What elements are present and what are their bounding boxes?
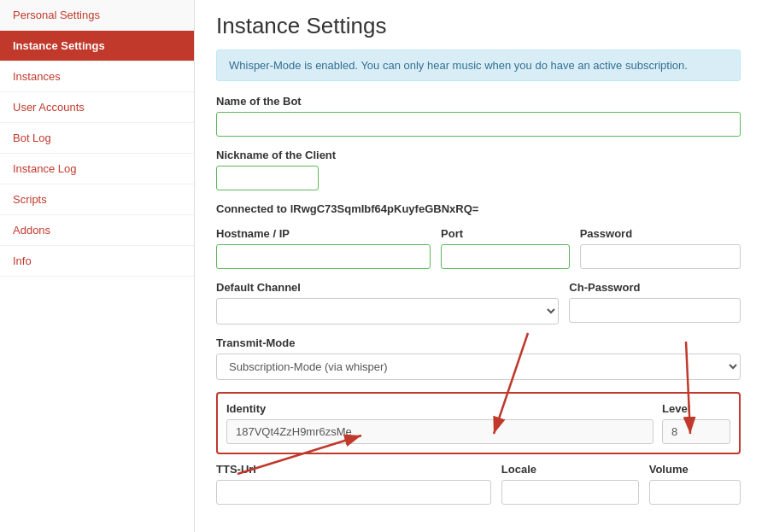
sidebar-item-instance-log[interactable]: Instance Log (0, 154, 194, 184)
hostname-input[interactable] (216, 244, 431, 269)
password-group: Password (580, 227, 741, 269)
default-channel-group: Default Channel (216, 281, 559, 324)
tts-url-label: TTS-Url (216, 463, 491, 476)
nickname-input[interactable] (216, 166, 319, 190)
ch-password-input[interactable] (569, 298, 741, 323)
hostname-group: Hostname / IP (216, 227, 431, 269)
locale-label: Locale (501, 463, 639, 476)
identity-input[interactable] (226, 419, 654, 444)
ch-password-label: Ch-Password (569, 281, 741, 294)
tts-url-input[interactable] (216, 480, 491, 505)
tts-url-group: TTS-Url (216, 463, 491, 505)
page-title: Instance Settings (216, 13, 741, 39)
transmit-mode-select[interactable]: Subscription-Mode (via whisper) (216, 354, 741, 380)
identity-group: Identity (226, 402, 654, 444)
transmit-mode-label: Transmit-Mode (216, 336, 741, 349)
level-input[interactable] (662, 419, 730, 444)
identity-label: Identity (226, 402, 654, 415)
volume-input[interactable] (649, 480, 741, 505)
default-channel-select[interactable] (216, 298, 559, 324)
name-of-bot-label: Name of the Bot (216, 95, 741, 108)
sidebar: Personal Settings Instance Settings Inst… (0, 0, 195, 532)
identity-row: Identity Level (226, 402, 730, 444)
port-label: Port (441, 227, 570, 240)
port-group: Port (441, 227, 570, 269)
server-row: Hostname / IP Port Password (216, 227, 741, 269)
sidebar-item-instance-settings[interactable]: Instance Settings (0, 31, 194, 61)
channel-row: Default Channel Ch-Password (216, 281, 741, 324)
sidebar-item-personal-settings[interactable]: Personal Settings (0, 0, 194, 31)
hostname-label: Hostname / IP (216, 227, 431, 240)
nickname-group: Nickname of the Client (216, 149, 741, 190)
ch-password-group: Ch-Password (569, 281, 741, 324)
sidebar-item-instances[interactable]: Instances (0, 61, 194, 92)
password-label: Password (580, 227, 741, 240)
level-label: Level (662, 402, 730, 415)
locale-group: Locale (501, 463, 639, 505)
sidebar-item-user-accounts[interactable]: User Accounts (0, 92, 194, 123)
sidebar-item-bot-log[interactable]: Bot Log (0, 123, 194, 154)
info-banner: Whisper-Mode is enabled. You can only he… (216, 50, 741, 81)
port-input[interactable] (441, 244, 570, 269)
identity-box: Identity Level (216, 392, 741, 454)
tts-row: TTS-Url Locale Volume (216, 463, 741, 505)
main-container: Instance Settings Whisper-Mode is enable… (195, 0, 762, 532)
name-of-bot-group: Name of the Bot (216, 95, 741, 137)
default-channel-label: Default Channel (216, 281, 559, 294)
transmit-mode-group: Transmit-Mode Subscription-Mode (via whi… (216, 336, 741, 380)
volume-label: Volume (649, 463, 741, 476)
level-group: Level (662, 402, 730, 444)
sidebar-item-scripts[interactable]: Scripts (0, 184, 194, 215)
connected-text: Connected to lRwgC73SqmIbf64pKuyfeGBNxRQ… (216, 202, 741, 215)
locale-input[interactable] (501, 480, 639, 505)
name-of-bot-input[interactable] (216, 112, 741, 137)
main-content: Instance Settings Whisper-Mode is enable… (195, 0, 762, 517)
sidebar-item-addons[interactable]: Addons (0, 215, 194, 246)
volume-group: Volume (649, 463, 741, 505)
nickname-label: Nickname of the Client (216, 149, 741, 161)
sidebar-item-info[interactable]: Info (0, 246, 194, 277)
password-input[interactable] (580, 244, 741, 269)
